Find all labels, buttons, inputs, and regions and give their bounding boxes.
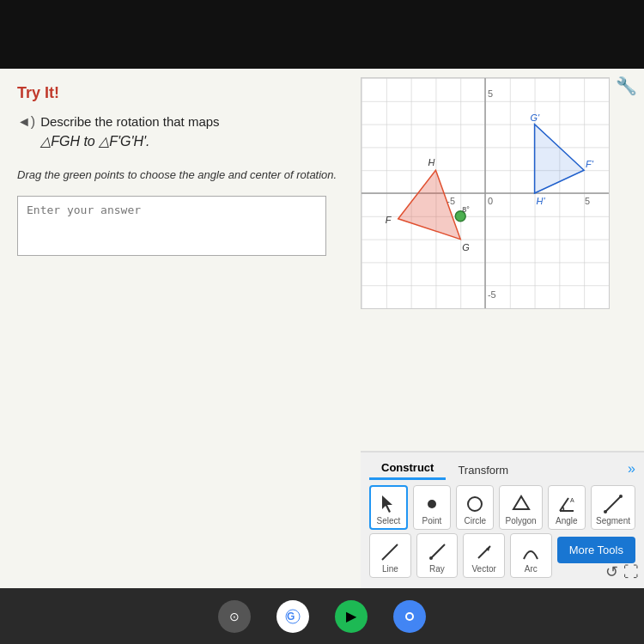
line-icon	[380, 542, 400, 562]
svg-point-21	[468, 497, 482, 511]
svg-text:F': F'	[586, 159, 594, 169]
polygon-label: Polygon	[505, 516, 536, 526]
speaker-icon[interactable]: ◄)	[17, 114, 35, 130]
tool-ray[interactable]: Ray	[416, 533, 459, 578]
svg-marker-19	[382, 495, 392, 513]
svg-text:G': G'	[531, 112, 540, 123]
tool-line[interactable]: Line	[369, 533, 411, 578]
segment-label: Segment	[596, 516, 630, 526]
right-panel: 🔧	[361, 69, 644, 588]
tab-construct[interactable]: Construct	[369, 458, 446, 480]
taskbar-chromebook-icon[interactable]	[393, 600, 426, 633]
tools-row-2: Line Ray	[369, 533, 635, 578]
select-label: Select	[376, 516, 400, 526]
svg-text:H': H'	[537, 196, 546, 206]
svg-point-27	[604, 510, 607, 513]
question-line1: Describe the rotation that maps	[40, 114, 219, 129]
double-chevron-icon[interactable]: »	[628, 461, 635, 477]
svg-text:0: 0	[488, 196, 493, 206]
arc-label: Arc	[525, 564, 538, 574]
tool-segment[interactable]: Segment	[591, 485, 635, 530]
graph-container[interactable]: 5 -5 5 -5 0 F H G	[361, 77, 610, 309]
tab-transform[interactable]: Transform	[446, 460, 520, 480]
tool-select[interactable]: Select	[369, 485, 408, 530]
tool-arc[interactable]: Arc	[510, 533, 552, 578]
tool-vector[interactable]: Vector	[463, 533, 505, 578]
tools-row-1: Select Point Circle	[369, 485, 635, 530]
angle-label: Angle	[556, 516, 578, 526]
svg-text:G: G	[462, 242, 470, 252]
polygon-icon	[511, 494, 532, 514]
tool-angle[interactable]: A Angle	[548, 485, 586, 530]
circle-icon	[465, 494, 485, 514]
question-row: ◄) Describe the rotation that maps △FGH …	[17, 112, 343, 151]
instruction-text: Drag the green points to choose the angl…	[17, 167, 343, 184]
point-label: Point	[422, 516, 442, 526]
bottom-right-icons: ↺ ⛶	[605, 562, 639, 581]
svg-point-39	[407, 614, 412, 619]
more-tools-button[interactable]: More Tools	[557, 537, 635, 563]
svg-text:A: A	[570, 497, 574, 503]
svg-line-26	[605, 496, 621, 512]
svg-point-28	[619, 495, 623, 498]
svg-text:5: 5	[585, 196, 590, 206]
question-line2: △FGH to △F'G'H'.	[40, 132, 219, 151]
select-icon	[378, 494, 398, 514]
tool-panel: Construct Transform » Select	[361, 451, 644, 588]
vector-label: Vector	[471, 564, 495, 574]
taskbar-play-icon[interactable]: ▶	[335, 600, 368, 633]
graph-svg: 5 -5 5 -5 0 F H G	[361, 78, 609, 308]
top-bar	[0, 0, 644, 69]
left-panel: Try It! ◄) Describe the rotation that ma…	[0, 69, 361, 588]
angle-icon: A	[556, 494, 577, 514]
ray-icon	[427, 542, 447, 562]
screen: Try It! ◄) Describe the rotation that ma…	[0, 0, 644, 644]
tool-point[interactable]: Point	[413, 485, 451, 530]
svg-text:8°: 8°	[462, 205, 470, 214]
circle-label: Circle	[465, 516, 487, 526]
svg-point-20	[428, 500, 436, 508]
answer-input[interactable]	[17, 196, 326, 256]
taskbar: ⊙ G ▶	[0, 588, 644, 644]
expand-button[interactable]: ⛶	[623, 562, 639, 581]
vector-icon	[474, 542, 495, 562]
segment-icon	[603, 494, 623, 514]
tool-tabs: Construct Transform »	[369, 458, 635, 480]
svg-text:-5: -5	[488, 289, 496, 300]
arc-icon	[520, 542, 541, 562]
question-text: Describe the rotation that maps △FGH to …	[40, 112, 219, 151]
taskbar-time-icon[interactable]: ⊙	[218, 600, 251, 633]
svg-line-29	[382, 544, 398, 560]
svg-text:G: G	[287, 611, 295, 623]
tool-polygon[interactable]: Polygon	[499, 485, 542, 530]
refresh-button[interactable]: ↺	[605, 562, 618, 581]
taskbar-google-icon[interactable]: G	[276, 600, 309, 633]
point-icon	[422, 494, 442, 514]
svg-marker-22	[513, 496, 529, 509]
ray-label: Ray	[429, 564, 445, 574]
svg-text:5: 5	[488, 88, 493, 99]
tool-circle[interactable]: Circle	[456, 485, 494, 530]
line-label: Line	[382, 564, 398, 574]
svg-text:H: H	[428, 157, 434, 167]
main-content: Try It! ◄) Describe the rotation that ma…	[0, 69, 644, 588]
cursor-icon[interactable]: 🔧	[616, 76, 637, 96]
svg-point-31	[429, 556, 433, 560]
try-it-title: Try It!	[17, 84, 343, 102]
svg-line-30	[431, 544, 445, 558]
